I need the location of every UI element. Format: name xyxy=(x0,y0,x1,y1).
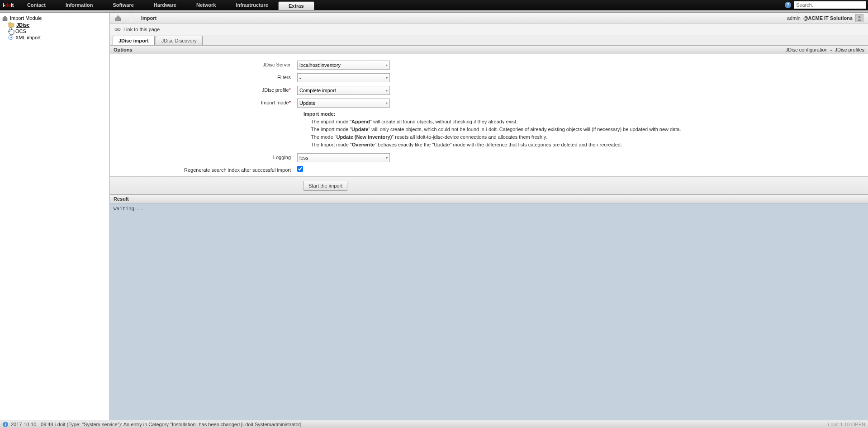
link-jdisc-profiles[interactable]: JDisc profiles xyxy=(835,47,864,52)
nav-extras[interactable]: Extras xyxy=(278,1,314,10)
home-icon[interactable] xyxy=(114,15,122,21)
result-header: Result xyxy=(110,194,868,203)
select-value: Update xyxy=(299,100,315,106)
info-icon: i xyxy=(3,422,8,427)
result-body: Waiting... xyxy=(110,203,868,420)
sidebar: Import Module JDisc OCS XML import xyxy=(0,13,110,420)
logo[interactable]: i-doit xyxy=(0,2,17,8)
sidebar-item-ocs[interactable]: OCS xyxy=(2,28,108,34)
label-mode: Import mode* xyxy=(110,99,297,105)
help-icon[interactable]: ? xyxy=(785,2,791,8)
chevron-down-icon: ▾ xyxy=(386,76,388,80)
user-icon xyxy=(857,15,862,21)
link-to-page[interactable]: Link to this page xyxy=(123,27,160,32)
label-server: JDisc Server xyxy=(110,61,297,67)
sidebar-root[interactable]: Import Module xyxy=(2,14,108,22)
select-value: less xyxy=(299,155,308,160)
nav-information[interactable]: Information xyxy=(56,0,103,10)
label-filters: Filters xyxy=(110,73,297,80)
select-value: - xyxy=(299,75,301,80)
nav-hardware[interactable]: Hardware xyxy=(144,0,186,10)
options-header: Options JDisc configuration - JDisc prof… xyxy=(110,45,868,54)
tab-jdisc-discovery[interactable]: JDisc Discovery xyxy=(156,36,203,45)
sidebar-item-jdisc[interactable]: JDisc xyxy=(2,22,108,28)
nav-infrastructure[interactable]: Infrastructure xyxy=(226,0,278,10)
select-value: Complete import xyxy=(299,88,336,93)
start-import-button[interactable]: Start the import xyxy=(304,181,347,191)
tabs: JDisc import JDisc Discovery xyxy=(110,35,868,45)
breadcrumb-page[interactable]: Import xyxy=(141,15,157,21)
label-regenerate: Regenerate search index after successful… xyxy=(110,166,297,173)
label-profile: JDisc profile* xyxy=(110,86,297,93)
options-form: JDisc Server localhost:inventory ▾ Filte… xyxy=(110,54,868,177)
chevron-down-icon: ▾ xyxy=(386,156,388,160)
arrow-icon xyxy=(8,28,14,34)
info-title: Import mode: xyxy=(304,110,859,118)
select-import-mode[interactable]: Update ▾ xyxy=(297,99,390,108)
svg-point-4 xyxy=(859,16,861,18)
avatar[interactable] xyxy=(855,14,863,22)
link-icon xyxy=(114,27,121,32)
home-icon xyxy=(2,15,8,21)
checkbox-regenerate[interactable] xyxy=(297,166,303,172)
select-value: localhost:inventory xyxy=(299,62,341,68)
folder-icon xyxy=(8,22,14,28)
svg-rect-1 xyxy=(9,23,11,24)
select-filters[interactable]: - ▾ xyxy=(297,73,390,82)
link-jdisc-config[interactable]: JDisc configuration xyxy=(786,47,828,52)
statusbar: i 2017-10-10 - 09:48 i-doit (Type: "Syst… xyxy=(0,420,868,428)
breadcrumb-user: admin xyxy=(787,15,801,21)
top-navigation: i-doit Contact Information Software Hard… xyxy=(0,0,868,10)
select-jdisc-profile[interactable]: Complete import ▾ xyxy=(297,86,390,95)
button-row: Start the import xyxy=(110,177,868,194)
sidebar-item-label: XML import xyxy=(15,35,41,40)
nav-software[interactable]: Software xyxy=(103,0,143,10)
sidebar-item-label: OCS xyxy=(15,28,26,34)
import-mode-info: Import mode: The import mode "Append" wi… xyxy=(110,109,868,151)
chevron-down-icon: ▾ xyxy=(386,89,388,93)
main-nav: Contact Information Software Hardware Ne… xyxy=(17,0,314,10)
search-input[interactable] xyxy=(794,1,866,9)
chevron-down-icon: ▾ xyxy=(386,101,388,105)
main-panel: Import admin @ACME IT Solutions Link to … xyxy=(110,13,868,420)
label-logging: Logging xyxy=(110,153,297,160)
tab-jdisc-import[interactable]: JDisc import xyxy=(113,36,155,45)
options-title: Options xyxy=(114,47,133,52)
sidebar-root-label: Import Module xyxy=(10,15,42,21)
version-label: i-doit 1.18 OPEN xyxy=(828,422,865,427)
select-logging[interactable]: less ▾ xyxy=(297,153,390,162)
select-jdisc-server[interactable]: localhost:inventory ▾ xyxy=(297,61,390,70)
nav-contact[interactable]: Contact xyxy=(17,0,56,10)
nav-network[interactable]: Network xyxy=(186,0,226,10)
sidebar-item-xml[interactable]: XML import xyxy=(2,34,108,41)
breadcrumb: Import admin @ACME IT Solutions xyxy=(110,13,868,24)
breadcrumb-tenant: @ACME IT Solutions xyxy=(803,15,853,21)
linkbar: Link to this page xyxy=(110,24,868,35)
sidebar-item-label: JDisc xyxy=(16,22,29,28)
arrow-icon xyxy=(8,35,14,40)
status-text: 2017-10-10 - 09:48 i-doit (Type: "System… xyxy=(11,422,301,427)
chevron-down-icon: ▾ xyxy=(386,63,388,67)
